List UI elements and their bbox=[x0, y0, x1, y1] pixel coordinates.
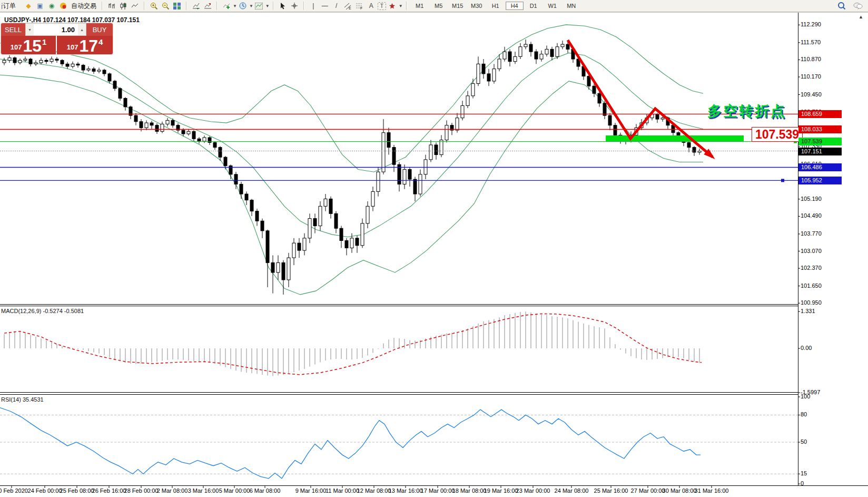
axis-tick-label: 50 bbox=[801, 438, 807, 445]
price-badge: 108.659 bbox=[798, 110, 842, 118]
time-tick-label: 2 Mar 08:00 bbox=[157, 488, 188, 494]
support-zone-rectangle[interactable] bbox=[606, 135, 744, 141]
axis-tick-label: 100 bbox=[801, 393, 810, 399]
time-tick-label: 9 Mar 16:00 bbox=[295, 488, 327, 494]
axis-tick-label: 101.650 bbox=[801, 282, 822, 289]
scroll-up-icon[interactable]: ▲ bbox=[859, 14, 863, 20]
axis-tick-label: 100.950 bbox=[801, 299, 822, 306]
turning-point-annotation[interactable]: 多空转折点 bbox=[707, 102, 786, 121]
rsi-indicator-label: RSI(14) 35.4531 bbox=[1, 396, 44, 403]
volume-stepper: ▼ 1.00 ▲ bbox=[25, 23, 86, 36]
time-tick-label: 25 Mar 16:00 bbox=[594, 488, 628, 494]
time-tick-label: 25 Feb 08:00 bbox=[60, 488, 94, 494]
time-tick-label: 30 Mar 08:00 bbox=[663, 488, 697, 494]
rsi-plot bbox=[0, 408, 798, 479]
price-badge: 107.539 bbox=[798, 138, 842, 145]
buy-button[interactable]: BUY bbox=[86, 23, 113, 36]
time-tick-label: 19 Mar 16:00 bbox=[484, 488, 518, 494]
axis-tick-label: 105.190 bbox=[801, 196, 822, 202]
sell-price-pip: 1 bbox=[42, 37, 46, 46]
time-tick-label: 26 Feb 16:00 bbox=[92, 488, 126, 494]
macd-plot bbox=[4, 311, 702, 376]
axis-tick-label: 15 bbox=[801, 470, 807, 476]
axis-tick-label: 110.170 bbox=[801, 73, 821, 80]
axis-tick-label: 103.070 bbox=[801, 248, 822, 254]
time-tick-label: 28 Feb 00:00 bbox=[124, 488, 159, 494]
volume-decrease-button[interactable]: ▼ bbox=[26, 24, 34, 35]
axis-tick-label: 102.370 bbox=[801, 265, 822, 271]
price-badge: 107.151 bbox=[798, 148, 842, 155]
time-tick-label: 24 Mar 08:00 bbox=[555, 488, 589, 494]
time-tick-label: 18 Mar 08:00 bbox=[452, 488, 487, 494]
axis-tick-label: 104.490 bbox=[801, 212, 822, 219]
time-tick-label: 17 Mar 00:00 bbox=[421, 488, 455, 494]
one-click-trading-panel: SELL ▼ 1.00 ▲ BUY 107 15 1 107 17 4 bbox=[1, 23, 113, 54]
time-tick-label: 11 Mar 00:00 bbox=[326, 488, 359, 494]
macd-indicator-label: MACD(12,26,9) -0.5274 -0.5081 bbox=[1, 308, 84, 314]
volume-input[interactable]: 1.00 bbox=[34, 24, 78, 35]
buy-price-big: 17 bbox=[79, 38, 98, 53]
time-tick-label: 13 Mar 16:00 bbox=[389, 488, 423, 494]
time-tick-label: 24 Feb 00:00 bbox=[28, 488, 62, 494]
time-tick-label: 6 Mar 08:00 bbox=[250, 488, 281, 494]
time-tick-label: 20 Feb 2020 bbox=[0, 488, 28, 494]
mt4-terminal: 新订单 ◆ ▣ ◉ 自动交易 ▼ ▼ ▼ bbox=[0, 0, 868, 497]
axis-tick-label: 110.870 bbox=[801, 56, 821, 62]
axis-tick-label: 109.450 bbox=[801, 91, 822, 98]
axis-tick-label: 0.00 bbox=[801, 345, 812, 351]
sell-price-tile[interactable]: 107 15 1 bbox=[1, 36, 56, 54]
volume-increase-button[interactable]: ▲ bbox=[78, 24, 86, 35]
time-tick-label: 5 Mar 00:00 bbox=[219, 488, 250, 494]
candles bbox=[3, 40, 701, 295]
axis-tick-label: 0 bbox=[801, 480, 804, 486]
buy-price-pip: 4 bbox=[98, 37, 103, 46]
price-level-tag: 107.539 bbox=[752, 127, 803, 142]
time-tick-label: 31 Mar 16:00 bbox=[695, 488, 729, 494]
sell-price-big: 15 bbox=[23, 38, 42, 53]
buy-price-prefix: 107 bbox=[67, 43, 78, 51]
time-tick-label: 3 Mar 16:00 bbox=[188, 488, 219, 494]
axis-tick-label: 112.290 bbox=[801, 21, 821, 27]
sell-price-prefix: 107 bbox=[11, 43, 22, 51]
price-badge: 106.486 bbox=[798, 163, 842, 171]
chart-canvas[interactable] bbox=[0, 0, 868, 497]
buy-price-tile[interactable]: 107 17 4 bbox=[57, 36, 113, 54]
price-badge: 105.952 bbox=[798, 177, 842, 184]
chart-title: USDJPY-,H4 107.124 107.184 107.037 107.1… bbox=[4, 16, 140, 24]
time-tick-label: 12 Mar 08:00 bbox=[357, 488, 391, 494]
price-badge: 108.033 bbox=[798, 125, 842, 133]
bollinger-bands bbox=[0, 25, 703, 295]
axis-tick-label: 80 bbox=[801, 411, 807, 417]
axis-tick-label: 103.770 bbox=[801, 230, 822, 237]
sell-button[interactable]: SELL bbox=[1, 23, 25, 36]
axis-tick-label: 1.331 bbox=[801, 308, 815, 314]
axis-tick-label: 111.570 bbox=[801, 39, 821, 45]
time-tick-label: 27 Mar 00:00 bbox=[631, 488, 665, 494]
time-tick-label: 23 Mar 00:00 bbox=[516, 488, 550, 494]
